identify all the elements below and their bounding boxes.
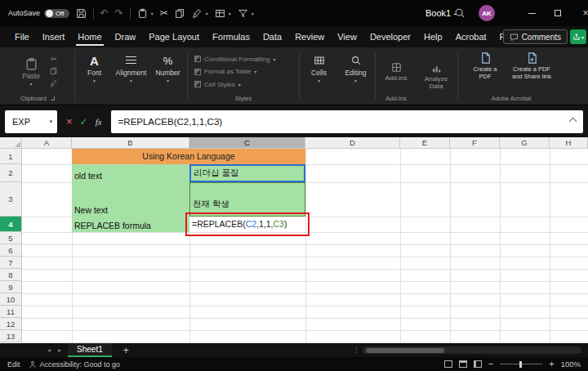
zoom-in-button[interactable]: + (549, 360, 554, 369)
avatar[interactable]: AK (479, 5, 495, 21)
tab-review[interactable]: Review (288, 26, 331, 47)
page-break-view-icon[interactable] (474, 360, 482, 368)
cell-styles-button[interactable]: Cell Styles ▾ (194, 81, 296, 88)
column-header-h[interactable]: H (550, 137, 588, 149)
tab-formulas[interactable]: Formulas (206, 26, 256, 47)
redo-icon[interactable]: ↷ (115, 8, 123, 18)
tab-splitter[interactable]: ⋮ (353, 346, 360, 354)
row-header-12[interactable]: 12 (0, 318, 22, 330)
conditional-formatting-button[interactable]: Conditional Formatting ▾ (194, 56, 296, 63)
cell-title-merged[interactable]: Using Korean Language (72, 149, 305, 164)
name-box[interactable]: EXP ▾ (5, 110, 57, 133)
cell-c3[interactable]: 천재 학생 (189, 182, 305, 217)
table-icon[interactable] (215, 8, 225, 19)
comment-bubble-icon (510, 33, 519, 42)
sheet-tab-sheet1[interactable]: Sheet1 (68, 343, 112, 357)
sheet-grid[interactable]: ABCDEFGH12345678910111213Using Korean La… (0, 137, 588, 343)
row-header-4[interactable]: 4 (0, 217, 22, 232)
cell-b2[interactable]: old text (72, 164, 189, 182)
create-pdf-share-button[interactable]: Create a PDF and Share link (509, 51, 555, 80)
add-ins-button[interactable]: Add-ins (378, 50, 414, 93)
gridline (22, 330, 588, 331)
share-button[interactable]: ▾ (570, 29, 586, 44)
tab-developer[interactable]: Developer (363, 26, 417, 47)
paste-button[interactable]: Paste ▾ (17, 50, 45, 93)
column-header-d[interactable]: D (305, 137, 400, 149)
add-sheet-button[interactable]: + (123, 345, 129, 356)
format-as-table-button[interactable]: Format as Table ▾ (194, 68, 296, 75)
sheet-nav-left-icon[interactable]: ◂ (47, 346, 51, 354)
normal-view-icon[interactable] (444, 360, 452, 368)
format-painter-icon[interactable] (192, 8, 203, 19)
column-header-b[interactable]: B (72, 137, 189, 149)
close-button[interactable]: × (573, 0, 588, 26)
font-group-button[interactable]: A Font ▾ (76, 47, 113, 105)
row-header-5[interactable]: 5 (0, 232, 22, 244)
tab-data[interactable]: Data (256, 26, 288, 47)
row-header-7[interactable]: 7 (0, 257, 22, 269)
copy-icon[interactable] (175, 8, 185, 19)
search-icon[interactable] (454, 7, 466, 19)
tab-help[interactable]: Help (417, 26, 449, 47)
create-pdf-button[interactable]: Create a PDF (468, 51, 502, 80)
cell-c4[interactable]: =REPLACEB(C2,1,1,C3) (189, 217, 305, 232)
cut-icon[interactable]: ✂ (160, 8, 168, 18)
comments-button[interactable]: Comments (503, 29, 568, 44)
number-group-button[interactable]: % Number ▾ (149, 47, 186, 105)
row-header-3[interactable]: 3 (0, 182, 22, 217)
horizontal-scrollbar[interactable] (363, 346, 581, 354)
tab-acrobat[interactable]: Acrobat (449, 26, 493, 47)
zoom-out-button[interactable]: − (488, 360, 493, 369)
formula-input[interactable]: =REPLACEB(C2,1,1,C3) (111, 110, 583, 133)
sheet-nav-right-icon[interactable]: ▸ (58, 346, 61, 354)
clipboard-icon[interactable] (137, 8, 148, 19)
cut-icon[interactable]: ✂ (51, 56, 57, 63)
undo-icon[interactable]: ↶ (100, 8, 109, 18)
save-icon[interactable] (76, 8, 87, 19)
title-bar: AutoSave Off ↶ ↷ ▾ ✂ ▾ ▾ ▾ Book1 - AK × (0, 0, 588, 26)
zoom-slider[interactable] (500, 364, 542, 364)
tab-insert[interactable]: Insert (36, 26, 72, 47)
autosave-toggle[interactable]: AutoSave Off (8, 9, 69, 18)
row-header-13[interactable]: 13 (0, 330, 22, 342)
row-header-8[interactable]: 8 (0, 269, 22, 281)
row-header-2[interactable]: 2 (0, 164, 22, 182)
editing-group-button[interactable]: Editing ▾ (337, 47, 374, 105)
maximize-button[interactable] (546, 0, 570, 26)
row-header-11[interactable]: 11 (0, 306, 22, 318)
scrollbar-thumb[interactable] (366, 348, 444, 353)
column-header-c[interactable]: C (189, 137, 305, 149)
tab-view[interactable]: View (331, 26, 363, 47)
cells-group-button[interactable]: Cells ▾ (301, 47, 337, 105)
accessibility-status[interactable]: Accessibility: Good to go (29, 360, 121, 369)
copy-icon[interactable] (50, 67, 58, 75)
column-header-f[interactable]: F (450, 137, 500, 149)
analyze-data-button[interactable]: Analyze Data (417, 50, 455, 103)
tab-file[interactable]: File (8, 26, 36, 47)
formula-bar-expand-button[interactable] (569, 118, 577, 126)
column-header-e[interactable]: E (400, 137, 450, 149)
page-layout-view-icon[interactable] (459, 360, 467, 368)
minimize-button[interactable] (519, 0, 544, 26)
insert-function-button[interactable]: fx (96, 117, 102, 127)
cell-b4[interactable]: REPLACEB formula (72, 217, 189, 232)
select-all-corner[interactable] (0, 137, 22, 149)
cell-c2[interactable]: 리더십 품질 (189, 164, 305, 182)
column-header-a[interactable]: A (22, 137, 72, 149)
row-header-1[interactable]: 1 (0, 149, 22, 164)
format-painter-icon[interactable] (50, 79, 58, 87)
sort-filter-icon[interactable] (238, 8, 248, 19)
dialog-launcher-icon[interactable] (51, 96, 55, 101)
zoom-slider-thumb[interactable] (519, 361, 522, 368)
row-header-10[interactable]: 10 (0, 293, 22, 306)
column-header-g[interactable]: G (500, 137, 550, 149)
cancel-button[interactable]: × (66, 116, 73, 127)
row-header-6[interactable]: 6 (0, 244, 22, 257)
alignment-group-button[interactable]: Alignment ▾ (113, 47, 149, 105)
enter-button[interactable]: ✓ (80, 117, 88, 127)
tab-page-layout[interactable]: Page Layout (142, 26, 206, 47)
tab-home[interactable]: Home (71, 26, 108, 47)
cell-b3[interactable]: New text (72, 182, 189, 217)
row-header-9[interactable]: 9 (0, 281, 22, 293)
tab-draw[interactable]: Draw (109, 26, 143, 47)
